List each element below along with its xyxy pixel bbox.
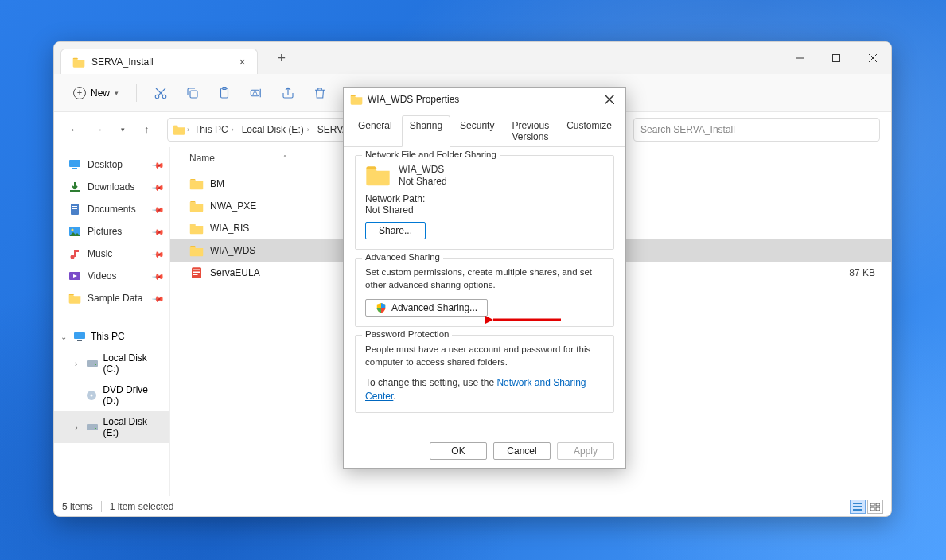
folder-icon [365, 164, 391, 186]
svg-rect-23 [74, 332, 85, 339]
paste-icon[interactable] [210, 80, 239, 106]
folder-icon [189, 222, 204, 235]
minimize-button[interactable] [781, 42, 818, 74]
cut-icon[interactable] [146, 80, 175, 106]
shared-folder-name: WIA_WDS [399, 164, 447, 175]
svg-rect-14 [70, 190, 80, 192]
svg-rect-7 [190, 91, 197, 98]
recent-chevron-icon[interactable]: ▾ [113, 120, 132, 139]
tree-item-local-disk-e-[interactable]: ›Local Disk (E:) [54, 411, 169, 443]
svg-point-28 [91, 395, 93, 397]
sidebar-item-music[interactable]: Music📌 [54, 243, 169, 265]
sort-asc-icon: ˄ [283, 154, 286, 161]
advanced-desc: Set custom permissions, create multiple … [365, 266, 604, 291]
window-controls [781, 42, 891, 74]
svg-rect-25 [87, 360, 98, 367]
tab-customize[interactable]: Customize [559, 115, 620, 147]
dialog-footer: OK Cancel Apply [344, 434, 625, 468]
window-tab[interactable]: SERVA_Install × [60, 49, 258, 74]
sidebar-item-label: Documents [88, 204, 136, 215]
rename-icon[interactable]: A [242, 80, 271, 106]
tab-security[interactable]: Security [452, 115, 502, 147]
tree-item-label: Local Disk (E:) [103, 416, 163, 438]
tab-sharing[interactable]: Sharing [402, 115, 450, 147]
copy-icon[interactable] [178, 80, 207, 106]
cancel-button[interactable]: Cancel [493, 442, 551, 460]
properties-dialog: WIA_WDS Properties GeneralSharingSecurit… [343, 87, 626, 469]
svg-rect-31 [870, 503, 874, 506]
tab-previous-versions[interactable]: Previous Versions [504, 115, 557, 147]
folder-icon [68, 292, 81, 305]
tree-item-dvd-drive-d-[interactable]: DVD Drive (D:) [54, 379, 169, 411]
disk-icon [86, 357, 99, 370]
new-tab-button[interactable]: + [271, 47, 293, 69]
password-desc-1: People must have a user account and pass… [365, 344, 604, 368]
share-icon[interactable] [274, 80, 302, 106]
delete-icon[interactable] [306, 80, 334, 106]
share-button[interactable]: Share... [365, 222, 426, 239]
advanced-sharing-group: Advanced Sharing Set custom permissions,… [355, 258, 614, 327]
expand-icon[interactable]: › [72, 423, 81, 432]
statusbar: 5 items 1 item selected [54, 496, 891, 516]
dialog-close-button[interactable] [600, 90, 619, 109]
tab-general[interactable]: General [350, 115, 400, 147]
dialog-tabs: GeneralSharingSecurityPrevious VersionsC… [344, 111, 625, 147]
sidebar-item-documents[interactable]: Documents📌 [54, 198, 169, 220]
icons-view-button[interactable] [867, 500, 883, 514]
pictures-icon [68, 225, 81, 238]
titlebar: SERVA_Install × + [54, 42, 891, 74]
expand-icon[interactable]: › [72, 360, 81, 368]
tree-item-label: DVD Drive (D:) [103, 384, 163, 406]
sidebar-item-sample-data[interactable]: Sample Data📌 [54, 287, 169, 309]
sidebar-item-label: Desktop [88, 159, 123, 170]
forward-button[interactable]: → [89, 120, 108, 139]
dialog-body: Network File and Folder Sharing WIA_WDS … [344, 147, 625, 434]
close-window-button[interactable] [855, 42, 891, 74]
breadcrumb-segment[interactable]: This PC› [191, 124, 237, 135]
videos-icon [68, 270, 81, 282]
sidebar-item-label: Pictures [88, 226, 122, 237]
password-protection-group: Password Protection People must have a u… [355, 335, 614, 413]
sidebar-item-label: Music [88, 248, 112, 259]
svg-rect-30 [95, 428, 96, 429]
tree-item-this-pc[interactable]: ⌄This PC [54, 325, 169, 348]
sidebar-item-pictures[interactable]: Pictures📌 [54, 220, 169, 243]
svg-rect-34 [876, 508, 880, 511]
up-button[interactable]: ↑ [137, 120, 156, 139]
search-input[interactable]: Search SERVA_Install [633, 118, 880, 142]
chevron-right-icon[interactable]: › [187, 126, 189, 134]
sidebar-item-desktop[interactable]: Desktop📌 [54, 154, 169, 176]
plus-icon: + [73, 87, 86, 99]
svg-rect-26 [95, 364, 96, 365]
folder-icon [189, 244, 204, 257]
maximize-button[interactable] [818, 42, 855, 74]
pin-icon: 📌 [152, 203, 165, 216]
pin-icon: 📌 [152, 270, 165, 282]
sidebar-item-downloads[interactable]: Downloads📌 [54, 176, 169, 198]
svg-rect-13 [72, 168, 77, 169]
new-button[interactable]: + New ▾ [65, 84, 127, 103]
apply-button[interactable]: Apply [557, 442, 614, 460]
status-selection: 1 item selected [110, 501, 174, 512]
advanced-sharing-button[interactable]: Advanced Sharing... [365, 299, 488, 317]
sidebar-item-label: Downloads [88, 181, 134, 192]
shield-icon [376, 302, 387, 313]
tree-item-label: Local Disk (C:) [103, 352, 163, 375]
svg-rect-29 [87, 424, 98, 430]
breadcrumb-segment[interactable]: Local Disk (E:)› [239, 124, 313, 135]
separator [101, 501, 102, 512]
shared-status: Not Shared [399, 176, 447, 187]
pdf-icon [189, 266, 204, 279]
pin-icon: 📌 [152, 158, 165, 171]
details-view-button[interactable] [850, 500, 866, 514]
expand-icon[interactable]: ⌄ [59, 332, 68, 341]
pin-icon: 📌 [152, 292, 165, 305]
svg-rect-16 [72, 206, 77, 207]
back-button[interactable]: ← [65, 120, 84, 139]
svg-rect-32 [876, 503, 880, 506]
sidebar-item-videos[interactable]: Videos📌 [54, 265, 169, 287]
ok-button[interactable]: OK [430, 442, 487, 460]
tree-item-local-disk-c-[interactable]: ›Local Disk (C:) [54, 348, 169, 379]
close-tab-icon[interactable]: × [239, 56, 246, 68]
tree-item-label: This PC [91, 331, 125, 342]
